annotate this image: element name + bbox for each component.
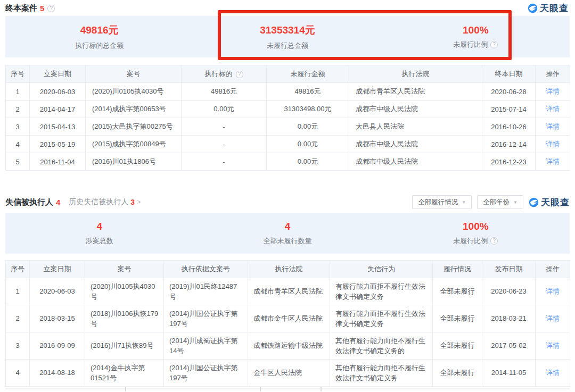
table-cell: 0.00元 [267, 136, 349, 153]
column-header-label: 履行情况 [443, 265, 471, 273]
final-cases-count-badge: 5 [40, 4, 44, 13]
table-cell: 全部未履行 [433, 305, 482, 332]
table-cell: 2017-05-02 [482, 332, 536, 360]
section-dishonest-title: 失信被执行人 4 [5, 197, 60, 207]
cropped-border-tick [321, 387, 322, 391]
help-icon[interactable]: ? [490, 41, 498, 48]
legal-risk-page: 终本案件 5 ? 天眼查 49816元 执行标的总金额 31353314元 未履… [0, 0, 575, 392]
filter-year-dropdown[interactable]: 全部年份 ▼ [477, 195, 523, 209]
column-header: 案号 [86, 65, 182, 83]
filter-performance-dropdown[interactable]: 全部履行情况 ▼ [412, 195, 472, 209]
table-cell: (2016)川01执1806号 [86, 153, 182, 171]
table-cell: 全部未履行 [433, 278, 482, 305]
table-cell: 成都市青羊区人民法院 [248, 278, 330, 305]
table-cell: 2014-08-18 [30, 360, 85, 387]
table-cell: 金牛区人民法院 [248, 360, 330, 387]
table-cell: 2 [6, 101, 30, 118]
column-header-label: 执行法院 [402, 70, 430, 78]
final-cases-title-text: 终本案件 [5, 3, 37, 13]
table-cell: (2018)川0106执恢179号 [85, 305, 164, 332]
history-count-badge: 3 [130, 198, 135, 206]
table-cell: 2018-03-15 [30, 305, 85, 332]
section-final-cases-title: 终本案件 5 ? [5, 3, 55, 13]
stat-label-text: 未履行比例 [453, 236, 488, 246]
column-header-label: 操作 [546, 70, 560, 78]
dishonest-debtor-table: 序号立案日期案号执行依据文案号执行法院失信行为履行情况发布日期操作 12020-… [5, 260, 570, 387]
action-cell: 详情 [536, 153, 570, 171]
help-icon[interactable]: ? [490, 237, 498, 245]
table-cell: 2016-10-26 [482, 118, 536, 136]
table-row: 22014-04-17(2014)成执字第00653号0.00元31303498… [6, 101, 570, 118]
column-header-label: 序号 [11, 70, 24, 78]
action-cell: 详情 [536, 360, 570, 387]
column-header-label: 操作 [546, 265, 560, 273]
column-header: 执行标的? [182, 65, 267, 83]
stat-executed-target-total: 49816元 执行标的总金额 [5, 23, 193, 51]
table-cell: (2014)川国公证执字第197号 [164, 360, 248, 387]
stat-unfulfilled-total: 31353314元 未履行总金额 [193, 23, 381, 51]
stat-value: 4 [96, 221, 102, 232]
column-header: 履行情况 [433, 261, 482, 278]
table-cell: 成都市金牛区人民法院 [248, 305, 330, 332]
table-cell: - [182, 118, 267, 136]
stat-label: 涉案总数 [86, 236, 113, 246]
table-header-row: 序号立案日期案号执行标的?未履行金额执行法院终本日期操作 [6, 65, 570, 83]
detail-link[interactable]: 详情 [546, 87, 560, 95]
stat-value: 4 [285, 221, 291, 232]
detail-link[interactable]: 详情 [546, 157, 560, 165]
table-header-row: 序号立案日期案号执行标的?未履行金额执行法院终本日期操作 [6, 65, 570, 83]
final-cases-table: 序号立案日期案号执行标的?未履行金额执行法院终本日期操作 12020-06-03… [5, 65, 570, 171]
detail-link[interactable]: 详情 [546, 314, 560, 322]
page-bottom-divider [5, 388, 570, 389]
filter-performance-label: 全部履行情况 [418, 198, 458, 207]
table-cell: (2014)川国公证执字第197号 [164, 305, 248, 332]
table-cell: 成都市青羊区人民法院 [349, 83, 482, 101]
detail-link[interactable]: 详情 [546, 105, 560, 113]
tianyancha-logo-icon [529, 197, 539, 207]
column-header-label: 发布日期 [495, 265, 523, 273]
table-cell: 2015-07-14 [482, 101, 536, 118]
history-link-label: 历史失信被执行人 [69, 197, 128, 207]
action-cell: 详情 [536, 83, 570, 101]
action-cell: 详情 [536, 305, 570, 332]
table-cell: 有履行能力而拒不履行生效法律文书确定义务 [330, 278, 433, 305]
tianyancha-logo-text: 天眼查 [540, 2, 569, 14]
action-cell: 详情 [536, 136, 570, 153]
table-cell: 成都市中级人民法院 [349, 136, 482, 153]
table-row: 32016-09-09(2016)川71执恢89号(2014)川成蜀证执字第14… [6, 332, 570, 360]
table-cell: 0.00元 [267, 153, 349, 171]
table-cell: 2016-11-04 [30, 153, 86, 171]
detail-link[interactable]: 详情 [546, 369, 560, 377]
table-cell: 1 [6, 278, 30, 305]
table-cell: 3 [6, 118, 30, 136]
tianyancha-logo-icon [528, 3, 538, 13]
chevron-down-icon: ▼ [513, 200, 518, 205]
table-cell: 31303498.00元 [267, 101, 349, 118]
cropped-border-tick [260, 387, 261, 391]
table-cell: 全部未履行 [433, 360, 482, 387]
table-cell: (2014)金牛执字第01521号 [85, 360, 164, 387]
table-cell: 2015-04-13 [30, 118, 86, 136]
column-header: 立案日期 [30, 261, 85, 278]
column-header-label: 失信行为 [367, 265, 395, 273]
help-icon[interactable]: ? [236, 71, 243, 78]
table-cell: 其他有履行能力而拒不履行生效法律文书确定义务的 [330, 332, 433, 360]
table-cell: - [182, 153, 267, 171]
history-dishonest-link[interactable]: 历史失信被执行人 3 > [69, 197, 141, 207]
detail-link[interactable]: 详情 [546, 287, 560, 295]
table-cell: 2016-09-09 [30, 332, 85, 360]
detail-link[interactable]: 详情 [546, 122, 560, 130]
table-cell: 成都市中级人民法院 [349, 153, 482, 171]
chevron-down-icon: ▼ [462, 200, 466, 205]
stat-unfulfilled-ratio: 100% 未履行比例 ? [382, 24, 570, 49]
detail-link[interactable]: 详情 [546, 341, 560, 349]
detail-link[interactable]: 详情 [546, 140, 560, 148]
table-cell: 全部未履行 [433, 332, 482, 360]
table-cell: (2020)川0105执4030号 [86, 83, 182, 101]
column-header: 立案日期 [30, 65, 86, 83]
help-icon[interactable]: ? [47, 5, 55, 12]
table-header-row: 序号立案日期案号执行依据文案号执行法院失信行为履行情况发布日期操作 [6, 261, 570, 278]
table-cell: 0.00元 [182, 101, 267, 118]
table-cell: 2 [6, 305, 30, 332]
tianyancha-logo: 天眼查 [528, 2, 569, 14]
